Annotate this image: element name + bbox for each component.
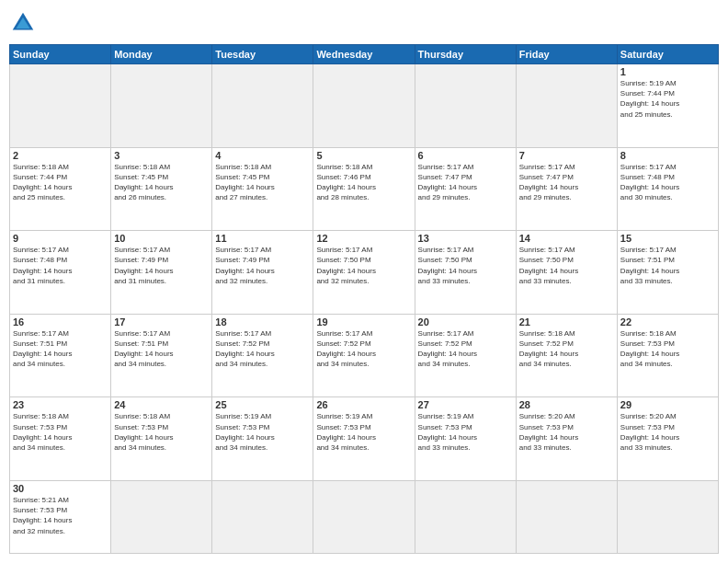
calendar-cell: 4Sunrise: 5:18 AM Sunset: 7:45 PM Daylig… — [212, 147, 313, 231]
calendar-cell: 19Sunrise: 5:17 AM Sunset: 7:52 PM Dayli… — [313, 314, 415, 397]
calendar-cell — [111, 64, 212, 148]
calendar-cell — [111, 480, 212, 553]
day-info: Sunrise: 5:17 AM Sunset: 7:48 PM Dayligh… — [620, 162, 715, 203]
calendar-cell: 26Sunrise: 5:19 AM Sunset: 7:53 PM Dayli… — [313, 397, 415, 481]
calendar-cell: 8Sunrise: 5:17 AM Sunset: 7:48 PM Daylig… — [617, 147, 718, 231]
day-info: Sunrise: 5:17 AM Sunset: 7:49 PM Dayligh… — [114, 245, 209, 286]
day-info: Sunrise: 5:17 AM Sunset: 7:51 PM Dayligh… — [620, 245, 715, 286]
day-info: Sunrise: 5:17 AM Sunset: 7:47 PM Dayligh… — [418, 162, 513, 203]
calendar-row-1: 1Sunrise: 5:19 AM Sunset: 7:44 PM Daylig… — [10, 64, 719, 148]
calendar-cell — [10, 64, 111, 148]
day-info: Sunrise: 5:20 AM Sunset: 7:53 PM Dayligh… — [620, 411, 715, 453]
calendar-cell: 3Sunrise: 5:18 AM Sunset: 7:45 PM Daylig… — [111, 147, 212, 231]
day-number: 14 — [519, 233, 614, 244]
header — [9, 9, 719, 37]
day-info: Sunrise: 5:17 AM Sunset: 7:50 PM Dayligh… — [519, 245, 614, 286]
day-info: Sunrise: 5:18 AM Sunset: 7:46 PM Dayligh… — [316, 162, 411, 203]
calendar-cell: 1Sunrise: 5:19 AM Sunset: 7:44 PM Daylig… — [617, 64, 718, 148]
calendar-cell: 20Sunrise: 5:17 AM Sunset: 7:52 PM Dayli… — [415, 314, 516, 397]
day-number: 10 — [114, 233, 209, 244]
calendar-cell — [516, 480, 617, 553]
day-number: 16 — [13, 316, 108, 327]
day-number: 19 — [316, 316, 411, 327]
weekday-header-sunday: Sunday — [10, 45, 111, 64]
calendar-cell: 15Sunrise: 5:17 AM Sunset: 7:51 PM Dayli… — [617, 231, 718, 315]
day-info: Sunrise: 5:19 AM Sunset: 7:53 PM Dayligh… — [215, 411, 310, 453]
day-info: Sunrise: 5:17 AM Sunset: 7:52 PM Dayligh… — [215, 328, 310, 370]
day-info: Sunrise: 5:17 AM Sunset: 7:50 PM Dayligh… — [418, 245, 513, 286]
day-number: 6 — [418, 150, 513, 161]
calendar-cell: 7Sunrise: 5:17 AM Sunset: 7:47 PM Daylig… — [516, 147, 617, 231]
day-number: 2 — [13, 150, 108, 161]
day-info: Sunrise: 5:18 AM Sunset: 7:53 PM Dayligh… — [620, 328, 715, 370]
logo — [9, 9, 40, 37]
day-info: Sunrise: 5:17 AM Sunset: 7:48 PM Dayligh… — [13, 245, 108, 286]
calendar-row-6: 30Sunrise: 5:21 AM Sunset: 7:53 PM Dayli… — [10, 480, 719, 553]
calendar-cell: 12Sunrise: 5:17 AM Sunset: 7:50 PM Dayli… — [313, 231, 415, 315]
calendar-cell: 14Sunrise: 5:17 AM Sunset: 7:50 PM Dayli… — [516, 231, 617, 315]
day-number: 8 — [620, 150, 715, 161]
day-info: Sunrise: 5:19 AM Sunset: 7:44 PM Dayligh… — [620, 78, 715, 120]
calendar-cell: 6Sunrise: 5:17 AM Sunset: 7:47 PM Daylig… — [415, 147, 516, 231]
weekday-header-tuesday: Tuesday — [212, 45, 313, 64]
day-info: Sunrise: 5:20 AM Sunset: 7:53 PM Dayligh… — [519, 411, 614, 453]
weekday-header-thursday: Thursday — [415, 45, 516, 64]
day-info: Sunrise: 5:17 AM Sunset: 7:51 PM Dayligh… — [13, 328, 108, 370]
day-info: Sunrise: 5:18 AM Sunset: 7:53 PM Dayligh… — [13, 411, 108, 453]
day-number: 21 — [519, 316, 614, 327]
calendar-cell: 5Sunrise: 5:18 AM Sunset: 7:46 PM Daylig… — [313, 147, 415, 231]
day-number: 11 — [215, 233, 310, 244]
calendar-cell: 9Sunrise: 5:17 AM Sunset: 7:48 PM Daylig… — [10, 231, 111, 315]
page: SundayMondayTuesdayWednesdayThursdayFrid… — [0, 0, 728, 563]
day-number: 5 — [316, 150, 411, 161]
calendar-row-2: 2Sunrise: 5:18 AM Sunset: 7:44 PM Daylig… — [10, 147, 719, 231]
weekday-header-monday: Monday — [111, 45, 212, 64]
day-number: 27 — [418, 399, 513, 410]
day-info: Sunrise: 5:17 AM Sunset: 7:49 PM Dayligh… — [215, 245, 310, 286]
calendar-cell — [415, 64, 516, 148]
calendar-cell: 13Sunrise: 5:17 AM Sunset: 7:50 PM Dayli… — [415, 231, 516, 315]
day-info: Sunrise: 5:17 AM Sunset: 7:52 PM Dayligh… — [316, 328, 411, 370]
calendar-cell: 10Sunrise: 5:17 AM Sunset: 7:49 PM Dayli… — [111, 231, 212, 315]
day-info: Sunrise: 5:17 AM Sunset: 7:47 PM Dayligh… — [519, 162, 614, 203]
calendar-cell: 30Sunrise: 5:21 AM Sunset: 7:53 PM Dayli… — [10, 480, 111, 553]
calendar-cell — [415, 480, 516, 553]
day-info: Sunrise: 5:18 AM Sunset: 7:45 PM Dayligh… — [215, 162, 310, 203]
weekday-header-wednesday: Wednesday — [313, 45, 415, 64]
calendar-cell — [516, 64, 617, 148]
day-info: Sunrise: 5:19 AM Sunset: 7:53 PM Dayligh… — [418, 411, 513, 453]
day-number: 17 — [114, 316, 209, 327]
day-info: Sunrise: 5:18 AM Sunset: 7:45 PM Dayligh… — [114, 162, 209, 203]
logo-icon — [9, 9, 37, 37]
calendar-cell: 16Sunrise: 5:17 AM Sunset: 7:51 PM Dayli… — [10, 314, 111, 397]
calendar-cell: 18Sunrise: 5:17 AM Sunset: 7:52 PM Dayli… — [212, 314, 313, 397]
calendar-cell — [212, 480, 313, 553]
calendar-cell — [212, 64, 313, 148]
calendar-cell: 21Sunrise: 5:18 AM Sunset: 7:52 PM Dayli… — [516, 314, 617, 397]
calendar-table: SundayMondayTuesdayWednesdayThursdayFrid… — [9, 44, 719, 554]
day-number: 12 — [316, 233, 411, 244]
day-info: Sunrise: 5:21 AM Sunset: 7:53 PM Dayligh… — [13, 495, 108, 536]
day-number: 9 — [13, 233, 108, 244]
day-info: Sunrise: 5:17 AM Sunset: 7:51 PM Dayligh… — [114, 328, 209, 370]
day-number: 28 — [519, 399, 614, 410]
calendar-cell — [313, 480, 415, 553]
weekday-header-friday: Friday — [516, 45, 617, 64]
day-number: 1 — [620, 66, 715, 77]
day-number: 22 — [620, 316, 715, 327]
day-number: 18 — [215, 316, 310, 327]
calendar-cell: 22Sunrise: 5:18 AM Sunset: 7:53 PM Dayli… — [617, 314, 718, 397]
calendar-cell: 28Sunrise: 5:20 AM Sunset: 7:53 PM Dayli… — [516, 397, 617, 481]
day-number: 24 — [114, 399, 209, 410]
calendar-cell — [313, 64, 415, 148]
calendar-cell: 11Sunrise: 5:17 AM Sunset: 7:49 PM Dayli… — [212, 231, 313, 315]
day-info: Sunrise: 5:18 AM Sunset: 7:44 PM Dayligh… — [13, 162, 108, 203]
day-info: Sunrise: 5:18 AM Sunset: 7:52 PM Dayligh… — [519, 328, 614, 370]
weekday-header-row: SundayMondayTuesdayWednesdayThursdayFrid… — [10, 45, 719, 64]
day-number: 7 — [519, 150, 614, 161]
day-number: 4 — [215, 150, 310, 161]
day-number: 26 — [316, 399, 411, 410]
day-info: Sunrise: 5:17 AM Sunset: 7:52 PM Dayligh… — [418, 328, 513, 370]
calendar-cell: 29Sunrise: 5:20 AM Sunset: 7:53 PM Dayli… — [617, 397, 718, 481]
calendar-cell — [617, 480, 718, 553]
